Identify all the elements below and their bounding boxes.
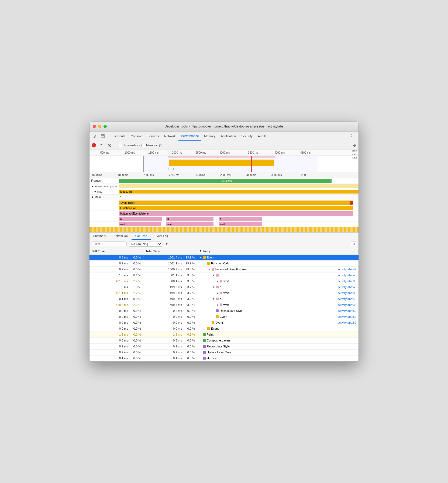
- table-row[interactable]: 0.0 ms0.0 % 0.0 ms0.0 % Event activityta…: [89, 320, 359, 326]
- activity-color: [216, 298, 219, 300]
- activity-link[interactable]: activitytabs:50: [337, 309, 356, 312]
- grouping-select[interactable]: No Grouping Group by Category Group by D…: [129, 241, 162, 247]
- collapse-button[interactable]: ◁: [351, 242, 356, 246]
- expand-icon[interactable]: ▼: [199, 256, 202, 259]
- total-time-cell: 0.2 ms0.0 %: [143, 308, 197, 314]
- table-row[interactable]: 0.0 ms0.0 % 0.0 ms0.0 % Event activityta…: [89, 314, 359, 320]
- close-button[interactable]: [93, 125, 96, 128]
- tab-console[interactable]: Console: [128, 131, 145, 141]
- table-row[interactable]: 0.3 ms0.0 % 0.3 ms0.0 % Composite Layers: [89, 338, 359, 344]
- tab-network[interactable]: Network: [161, 131, 178, 141]
- expand-icon[interactable]: ▼: [204, 262, 206, 265]
- total-time-cell: 499.4 ms33.2 %: [143, 302, 197, 308]
- table-row[interactable]: 0.2 ms0.0 % 0.2 ms0.0 % Recalculate Styl…: [89, 344, 359, 350]
- net-bar-1: [168, 168, 168, 170]
- tab-application[interactable]: Application: [218, 131, 239, 141]
- tab-sources[interactable]: Sources: [145, 131, 161, 141]
- activity-color: [203, 339, 206, 342]
- table-row[interactable]: 491.1 ms32.7 % 499.9 ms33.2 % ▶ wait act…: [89, 290, 359, 296]
- table-row[interactable]: 0.2 ms0.0 % 1501.1 ms99.9 % ▼ Function C…: [89, 261, 359, 267]
- tab-event-log[interactable]: Event Log: [151, 232, 172, 240]
- expand-icon[interactable]: ▶: [217, 292, 219, 294]
- table-row[interactable]: 0.3 ms 0.0 % 1501.4 ms 99.9 % ▼ Event: [89, 255, 359, 261]
- table-row[interactable]: 0 ms0 % 499.9 ms33.2 % ▼ c activitytabs:…: [89, 284, 359, 290]
- activity-name: c: [220, 285, 221, 289]
- r2-1600: 1600 ms: [92, 174, 102, 177]
- table-row[interactable]: 1.2 ms0.1 % 1.2 ms0.1 % Paint: [89, 332, 359, 338]
- tab-summary[interactable]: Summary: [89, 232, 110, 240]
- overview-ruler: 500 ms 1000 ms 1500 ms 2000 ms 2500 ms 3…: [89, 150, 359, 156]
- table-row[interactable]: 1.0 ms0.1 % 501.1 ms33.3 % ▼ b activityt…: [89, 272, 359, 278]
- table-row[interactable]: 0.0 ms0.0 % 0.0 ms0.0 % Event: [89, 326, 359, 332]
- a-bar: a: [119, 217, 162, 221]
- table-row[interactable]: 0.2 ms0.0 % 0.2 ms0.0 % Update Layer Tre…: [89, 350, 359, 356]
- expand-icon[interactable]: ▶: [217, 280, 219, 282]
- expand-icon[interactable]: ▶: [217, 303, 219, 306]
- minimize-button[interactable]: [98, 125, 101, 128]
- activity-link[interactable]: activitytabs:46: [337, 285, 356, 289]
- activity-link[interactable]: activitytabs:50: [337, 315, 356, 318]
- toolbar-divider-1: [108, 133, 108, 139]
- maximize-button[interactable]: [104, 125, 107, 128]
- activity-link[interactable]: activitytabs:40: [337, 297, 356, 301]
- refresh-button[interactable]: ↺: [98, 142, 105, 149]
- tab-security[interactable]: Security: [239, 131, 255, 141]
- activity-link[interactable]: activitytabs:33: [337, 303, 356, 306]
- table-row[interactable]: 0.1 ms0.0 % 0.1 ms0.0 % Hit Test: [89, 356, 359, 361]
- table-row[interactable]: 491.3 ms32.7 % 500.1 ms33.3 % ▶ wait act…: [89, 278, 359, 284]
- activity-link[interactable]: activitytabs:49: [337, 268, 356, 271]
- table-row[interactable]: 0.1 ms0.0 % 499.5 ms33.2 % ▼ a activityt…: [89, 296, 359, 302]
- activity-link[interactable]: activitytabs:50: [337, 321, 356, 324]
- abc-row: . a b c: [89, 216, 359, 222]
- flame-ruler: 1600 ms 1800 ms 2000 ms 2200 ms 2400 ms …: [89, 172, 359, 178]
- activity-name: button.addEventListener: [215, 268, 247, 271]
- filter-input[interactable]: [92, 242, 127, 246]
- record-button[interactable]: [92, 143, 96, 147]
- tab-elements[interactable]: Elements: [110, 131, 128, 141]
- self-time-cell: 0.2 ms0.0 %: [89, 267, 143, 272]
- activity-color: [203, 351, 206, 354]
- expand-icon[interactable]: ▼: [212, 286, 215, 288]
- activity-cell: ▼ c activitytabs:46: [197, 284, 359, 290]
- table-row[interactable]: 0.2 ms0.0 % 1500.9 ms99.8 % ▼ button.add…: [89, 267, 359, 272]
- clear-button[interactable]: 🗑: [158, 143, 162, 147]
- tab-memory[interactable]: Memory: [201, 131, 218, 141]
- screenshots-label: Screenshots: [123, 144, 140, 147]
- activity-name: b: [220, 274, 221, 277]
- input-bar: Mouse Up: [119, 190, 359, 194]
- memory-checkbox[interactable]: Memory: [142, 144, 157, 147]
- tab-bottom-up[interactable]: Bottom-Up: [110, 232, 132, 240]
- table-row[interactable]: 0.2 ms0.0 % 0.2 ms0.0 % Recalculate Styl…: [89, 308, 359, 314]
- activity-name: Function Call: [211, 262, 228, 265]
- tab-audits[interactable]: Audits: [255, 131, 269, 141]
- self-time-cell: 0.3 ms0.0 %: [89, 338, 143, 343]
- self-time-cell: 0.1 ms0.0 %: [89, 296, 143, 302]
- ruler-label-4500: 4500 ms: [300, 151, 311, 154]
- expand-icon[interactable]: ▼: [212, 274, 215, 277]
- r2-1800: 1800 ms: [118, 174, 128, 177]
- activity-link[interactable]: activitytabs:43: [337, 274, 356, 277]
- activity-link[interactable]: activitytabs:33: [337, 291, 356, 295]
- cursor-icon[interactable]: [92, 133, 99, 140]
- frame-marker: [251, 156, 252, 172]
- expand-icon[interactable]: ▼: [212, 298, 215, 300]
- net-bar-2: [173, 168, 174, 170]
- panel-icon[interactable]: [99, 133, 106, 140]
- more-tabs-icon[interactable]: ⋮: [347, 133, 356, 139]
- svg-rect-0: [101, 134, 104, 138]
- tab-performance[interactable]: Performance: [178, 131, 202, 141]
- controls-bar: ↺ Screenshots Memory 🗑 ⚙: [89, 141, 359, 150]
- self-time-cell: 1.0 ms0.1 %: [89, 272, 143, 278]
- table-row[interactable]: 489.5 ms32.6 % 499.4 ms33.2 % ▶ wait act…: [89, 302, 359, 308]
- activity-link[interactable]: activitytabs:33: [337, 280, 356, 283]
- mini-chart[interactable]: [89, 156, 359, 172]
- screenshots-checkbox[interactable]: Screenshots: [119, 144, 140, 147]
- wait-b-bar: wait: [166, 222, 213, 226]
- tab-call-tree[interactable]: Call Tree: [132, 232, 151, 240]
- th-self-time: Self Time: [89, 250, 143, 253]
- r2-2000: 2000 ms: [143, 174, 154, 177]
- r2-2800: 2800 ms: [246, 174, 256, 177]
- expand-icon[interactable]: ▼: [208, 268, 211, 271]
- settings-icon[interactable]: ⚙: [353, 143, 356, 147]
- stop-button[interactable]: [106, 142, 113, 149]
